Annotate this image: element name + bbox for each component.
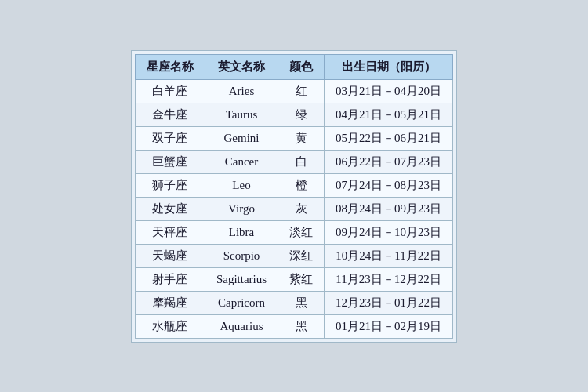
cell-english: Aries bbox=[205, 79, 278, 103]
zodiac-table-container: 星座名称 英文名称 颜色 出生日期（阳历） 白羊座Aries红03月21日－04… bbox=[131, 50, 457, 343]
cell-chinese: 白羊座 bbox=[135, 79, 205, 103]
header-chinese-name: 星座名称 bbox=[135, 54, 205, 79]
zodiac-table: 星座名称 英文名称 颜色 出生日期（阳历） 白羊座Aries红03月21日－04… bbox=[135, 54, 453, 339]
cell-chinese: 处女座 bbox=[135, 197, 205, 220]
cell-color: 紫红 bbox=[278, 267, 325, 291]
table-row: 天蝎座Scorpio深红10月24日－11月22日 bbox=[135, 244, 452, 267]
table-row: 水瓶座Aquarius黑01月21日－02月19日 bbox=[135, 314, 452, 338]
table-row: 双子座Gemini黄05月22日－06月21日 bbox=[135, 126, 452, 150]
cell-chinese: 摩羯座 bbox=[135, 291, 205, 314]
cell-dates: 05月22日－06月21日 bbox=[325, 126, 453, 150]
cell-color: 橙 bbox=[278, 173, 325, 197]
cell-chinese: 金牛座 bbox=[135, 103, 205, 126]
cell-chinese: 射手座 bbox=[135, 267, 205, 291]
header-dates: 出生日期（阳历） bbox=[325, 54, 453, 79]
cell-dates: 03月21日－04月20日 bbox=[325, 79, 453, 103]
table-row: 天秤座Libra淡红09月24日－10月23日 bbox=[135, 220, 452, 244]
header-color: 颜色 bbox=[278, 54, 325, 79]
cell-english: Aquarius bbox=[205, 314, 278, 338]
table-header-row: 星座名称 英文名称 颜色 出生日期（阳历） bbox=[135, 54, 452, 79]
cell-english: Scorpio bbox=[205, 244, 278, 267]
cell-color: 淡红 bbox=[278, 220, 325, 244]
cell-english: Cancer bbox=[205, 150, 278, 173]
cell-color: 绿 bbox=[278, 103, 325, 126]
cell-chinese: 水瓶座 bbox=[135, 314, 205, 338]
cell-dates: 12月23日－01月22日 bbox=[325, 291, 453, 314]
cell-dates: 01月21日－02月19日 bbox=[325, 314, 453, 338]
cell-color: 黑 bbox=[278, 291, 325, 314]
header-english-name: 英文名称 bbox=[205, 54, 278, 79]
cell-english: Gemini bbox=[205, 126, 278, 150]
table-row: 金牛座Taurus绿04月21日－05月21日 bbox=[135, 103, 452, 126]
cell-english: Capricorn bbox=[205, 291, 278, 314]
cell-dates: 09月24日－10月23日 bbox=[325, 220, 453, 244]
cell-english: Leo bbox=[205, 173, 278, 197]
cell-english: Taurus bbox=[205, 103, 278, 126]
cell-dates: 06月22日－07月23日 bbox=[325, 150, 453, 173]
cell-dates: 10月24日－11月22日 bbox=[325, 244, 453, 267]
cell-dates: 08月24日－09月23日 bbox=[325, 197, 453, 220]
table-row: 狮子座Leo橙07月24日－08月23日 bbox=[135, 173, 452, 197]
cell-english: Virgo bbox=[205, 197, 278, 220]
cell-dates: 11月23日－12月22日 bbox=[325, 267, 453, 291]
cell-color: 白 bbox=[278, 150, 325, 173]
cell-english: Libra bbox=[205, 220, 278, 244]
table-row: 射手座Sagittarius紫红11月23日－12月22日 bbox=[135, 267, 452, 291]
cell-chinese: 天蝎座 bbox=[135, 244, 205, 267]
cell-chinese: 巨蟹座 bbox=[135, 150, 205, 173]
cell-color: 深红 bbox=[278, 244, 325, 267]
cell-chinese: 天秤座 bbox=[135, 220, 205, 244]
cell-chinese: 狮子座 bbox=[135, 173, 205, 197]
cell-color: 灰 bbox=[278, 197, 325, 220]
table-row: 白羊座Aries红03月21日－04月20日 bbox=[135, 79, 452, 103]
cell-chinese: 双子座 bbox=[135, 126, 205, 150]
cell-color: 黄 bbox=[278, 126, 325, 150]
table-body: 白羊座Aries红03月21日－04月20日金牛座Taurus绿04月21日－0… bbox=[135, 79, 452, 338]
table-row: 巨蟹座Cancer白06月22日－07月23日 bbox=[135, 150, 452, 173]
cell-dates: 07月24日－08月23日 bbox=[325, 173, 453, 197]
cell-color: 黑 bbox=[278, 314, 325, 338]
cell-dates: 04月21日－05月21日 bbox=[325, 103, 453, 126]
cell-english: Sagittarius bbox=[205, 267, 278, 291]
cell-color: 红 bbox=[278, 79, 325, 103]
table-row: 处女座Virgo灰08月24日－09月23日 bbox=[135, 197, 452, 220]
table-row: 摩羯座Capricorn黑12月23日－01月22日 bbox=[135, 291, 452, 314]
